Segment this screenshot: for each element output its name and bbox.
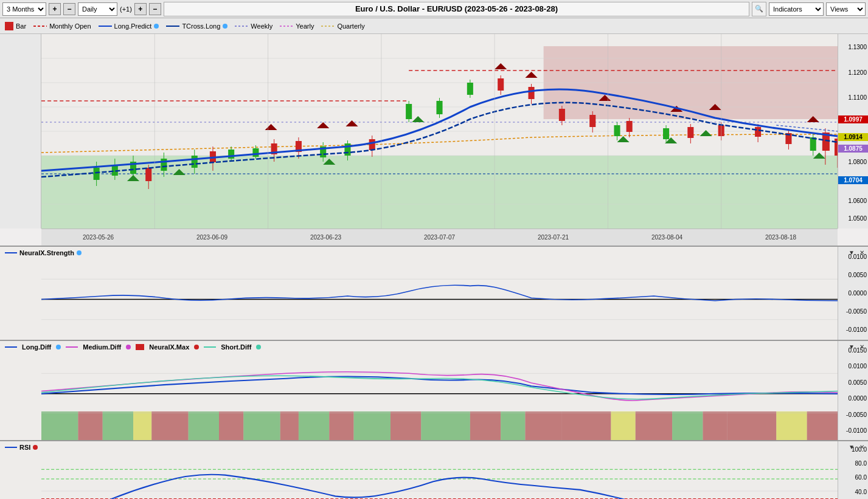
svg-rect-41 [436,101,442,114]
svg-rect-119 [151,411,188,440]
rsi-dropdown-btn[interactable]: ▼ [847,444,856,450]
neurx-y-5: -0.0100 [839,326,867,333]
neurx-y-4: -0.0050 [839,308,867,315]
svg-rect-123 [280,411,299,440]
medium-diff-icon [66,346,78,348]
period-select[interactable]: Daily Weekly Monthly [78,2,117,16]
svg-rect-115 [41,411,78,440]
svg-rect-125 [329,411,353,440]
svg-rect-138 [776,411,807,440]
period-add-btn[interactable]: + [134,3,147,15]
timeframe-plus-btn[interactable]: + [49,3,61,15]
diff-y-axis: 0.0150 0.0100 0.0050 0.0000 -0.0050 -0.0… [838,341,868,440]
diff-close-btn[interactable]: ✕ [858,343,866,350]
neurx-max-swatch [136,344,144,350]
legend-long-predict-item: Long.Predict [99,22,159,30]
svg-rect-116 [78,411,102,440]
neurx-panel: NeuralX.Strength ▼ ✕ 0.0100 0.0050 0.000… [0,247,868,341]
legend-tcross-label: TCross.Long [182,22,220,30]
date-7: 2023-08-18 [765,234,796,241]
legend-monthly-open-label: Monthly Open [49,22,91,30]
neurx-dot [77,250,82,255]
diff-header: Long.Diff Medium.Diff NeuralX.Max Short.… [5,343,261,351]
timeframe-select[interactable]: 3 Months 1 Month 6 Months 1 Year [2,2,46,16]
svg-rect-37 [344,143,350,156]
price-0997-label: 1.0997 [838,115,868,123]
neurx-y-3: 0.0000 [839,290,867,297]
medium-diff-label: Medium.Diff [83,343,121,351]
neurx-max-label: NeuralX.Max [149,343,189,351]
rsi-dot [33,445,38,450]
legend-quarterly-item: Quarterly [321,22,364,30]
svg-rect-31 [228,150,234,159]
svg-rect-126 [354,411,391,440]
tcross-icon [166,23,179,29]
svg-rect-131 [525,411,561,440]
rsi-close-btn[interactable]: ✕ [858,444,866,450]
views-select[interactable]: Views [826,2,866,16]
svg-rect-47 [663,128,669,139]
legend-yearly-label: Yearly [296,22,314,30]
tcross-dot [223,24,227,29]
main-chart[interactable]: 1.1300 1.1200 1.1100 1.0997 1.0914 1.087… [0,34,868,247]
neurx-y-2: 0.0050 [839,272,867,278]
price-0704-label: 1.0704 [838,176,868,184]
svg-rect-133 [611,411,635,440]
monthly-open-icon [33,23,47,29]
rsi-y-4: 40.0 [839,489,867,495]
short-diff-label: Short.Diff [221,343,251,351]
neurx-y-axis: 0.0100 0.0050 0.0000 -0.0050 -0.0100 [838,247,868,340]
neurx-title: NeuralX.Strength [19,249,74,256]
search-btn[interactable]: 🔍 [752,2,766,16]
svg-rect-137 [727,411,777,440]
neurx-dropdown-btn[interactable]: ▼ [847,249,856,256]
svg-rect-75 [755,127,761,137]
main-chart-inner[interactable] [41,34,838,229]
svg-rect-144 [41,455,838,499]
neurx-controls: ▼ ✕ [847,249,866,256]
diff-dropdown-btn[interactable]: ▼ [847,343,856,350]
date-3: 2023-06-23 [310,234,341,241]
svg-rect-134 [636,411,672,440]
neurx-line-icon [5,252,17,254]
svg-rect-45 [614,125,620,136]
svg-rect-63 [529,87,535,99]
weekly-icon [235,23,248,29]
svg-rect-71 [687,127,693,138]
long-predict-dot [154,24,159,29]
neurx-max-dot [194,345,199,349]
svg-rect-132 [562,411,611,440]
svg-rect-27 [161,159,167,171]
neurx-header: NeuralX.Strength [5,249,82,256]
date-2: 2023-06-09 [196,234,227,241]
svg-rect-122 [243,411,280,440]
svg-rect-135 [672,411,703,440]
svg-rect-124 [299,411,329,440]
long-predict-icon [99,23,112,29]
main-price-axis: 1.1300 1.1200 1.1100 1.0997 1.0914 1.087… [838,34,868,229]
long-diff-icon [5,346,17,348]
rsi-svg [41,455,838,499]
timeframe-minus-btn[interactable]: − [63,3,75,15]
legend-long-predict-label: Long.Predict [114,22,152,30]
period-sub-btn[interactable]: − [149,3,161,15]
bar-swatch [5,22,13,30]
rsi-title: RSI [19,444,30,451]
legend-tcross-item: TCross.Long [166,22,227,30]
svg-rect-59 [369,139,375,150]
price-1080: 1.0800 [848,159,867,165]
legend-bar: Bar Monthly Open Long.Predict TCross.Lon… [0,18,868,34]
legend-weekly-item: Weekly [235,22,273,30]
long-diff-dot [56,345,61,349]
diff-y-2: 0.0100 [839,363,867,370]
indicators-select[interactable]: Indicators [769,2,824,16]
neurx-chart-area[interactable] [41,259,838,340]
svg-rect-117 [103,411,133,440]
date-1: 2023-05-26 [83,234,114,241]
diff-y-5: -0.0050 [839,411,867,418]
neurx-close-btn[interactable]: ✕ [858,249,866,256]
price-1050: 1.0500 [848,215,867,222]
diff-chart-area[interactable] [41,354,838,440]
svg-rect-65 [559,109,565,121]
rsi-chart-area[interactable] [41,455,838,499]
